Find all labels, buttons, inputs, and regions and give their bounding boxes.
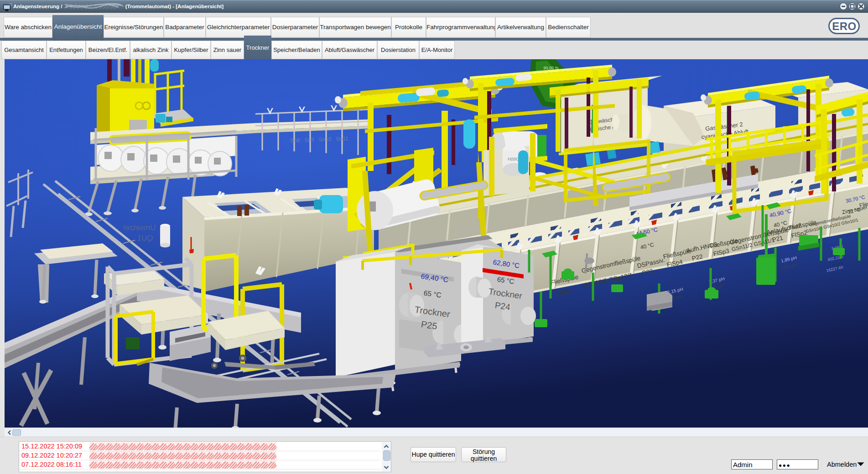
svg-text:QU1: QU1 <box>137 234 153 242</box>
svg-text:Umsetzer: Umsetzer <box>122 223 156 232</box>
svg-text:ERO: ERO <box>832 20 857 32</box>
